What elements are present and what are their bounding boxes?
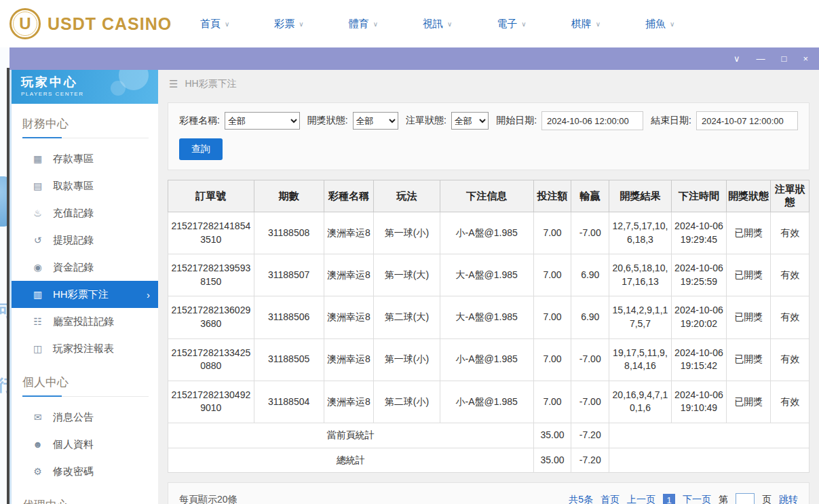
pagination-first[interactable]: 首页	[601, 494, 620, 504]
sidebar-item-profile[interactable]: ☻ 個人資料	[12, 431, 158, 458]
col-header-order-no: 訂單號	[168, 180, 254, 212]
main-content: ☰ HH彩票下注 彩種名稱: 全部 開獎狀態: 全部 注單狀態	[158, 70, 819, 504]
cell-order-status: 有效	[771, 338, 810, 381]
window-maximize-icon[interactable]: □	[782, 54, 787, 63]
window-body: 玩家中心 PLAYERS CENTER 財務中心 ▦ 存款專區 ▤ 取款專區 ♨…	[9, 70, 819, 504]
per-page-text: 每頁顯示20條	[179, 494, 237, 504]
nav-item-home[interactable]: 首頁 ∨	[200, 18, 229, 31]
draw-status-select[interactable]: 全部	[353, 112, 398, 130]
window-close-icon[interactable]: ×	[803, 54, 808, 63]
sidebar-item-hall-bet-records[interactable]: ☷ 廳室投註記錄	[12, 308, 158, 335]
sidebar-item-withdraw[interactable]: ▤ 取款專區	[12, 172, 158, 199]
cell-lottery-name: 澳洲幸运8	[324, 212, 374, 254]
sidebar-section-agent: 代理中心	[22, 497, 149, 504]
start-date-input[interactable]	[541, 111, 643, 130]
table-row: 2152172821395938150 31188507 澳洲幸运8 第一球(大…	[168, 254, 810, 296]
end-date-input[interactable]	[696, 111, 798, 130]
cell-draw-status: 已開獎	[727, 296, 771, 338]
sidebar-item-label: 存款專區	[53, 153, 94, 166]
cell-period: 31188508	[254, 212, 324, 254]
order-status-label: 注單狀態:	[406, 115, 446, 127]
sidebar-section-finance: 財務中心	[22, 116, 149, 138]
gear-icon: ⚙	[32, 466, 43, 477]
cell-order-status: 有效	[771, 254, 810, 296]
sidebar-item-hh-lottery-bets[interactable]: ▥ HH彩票下注 ›	[12, 281, 158, 308]
sidebar-title: 玩家中心	[21, 74, 158, 90]
cell-play-type: 第一球(小)	[374, 338, 440, 381]
nav-item-slots[interactable]: 電子 ∨	[497, 18, 526, 31]
nav-item-label: 捕魚	[645, 18, 666, 31]
cell-draw-result: 20,6,5,18,10,17,16,13	[609, 254, 672, 296]
search-button[interactable]: 查詢	[179, 138, 223, 160]
cell-bet-time: 2024-10-06 19:15:42	[671, 338, 726, 381]
cell-win-loss: -7.00	[571, 212, 609, 254]
nav-item-label: 首頁	[200, 18, 221, 31]
total-summary-label: 總統計	[168, 448, 534, 473]
cell-period: 31188506	[254, 296, 324, 338]
pagination-prev[interactable]: 上一页	[627, 494, 655, 504]
sidebar-item-announcements[interactable]: ✉ 消息公告	[12, 404, 158, 431]
hamburger-menu-icon[interactable]: ☰	[169, 78, 178, 90]
page-jump-input[interactable]	[736, 493, 755, 504]
pagination-current-page[interactable]: 1	[663, 494, 675, 504]
sidebar-item-label: 修改密碼	[53, 465, 94, 478]
nav-item-live-video[interactable]: 視訊 ∨	[423, 18, 452, 31]
page-summary-win-loss: -7.20	[571, 423, 609, 448]
page-summary-label: 當前頁統計	[168, 423, 534, 448]
nav-item-lottery[interactable]: 彩票 ∨	[274, 18, 303, 31]
user-icon: ☻	[32, 439, 43, 450]
lottery-name-select[interactable]: 全部	[225, 112, 300, 130]
order-status-select[interactable]: 全部	[451, 112, 489, 130]
start-date-label: 開始日期:	[496, 115, 537, 127]
table-row: 2152172821334250880 31188505 澳洲幸运8 第一球(小…	[168, 338, 810, 381]
cell-bet-time: 2024-10-06 19:10:49	[671, 381, 726, 423]
total-summary-empty	[609, 448, 810, 473]
nav-item-sports[interactable]: 體育 ∨	[349, 18, 378, 31]
window-titlebar: ∨ — □ ×	[9, 47, 819, 70]
nav-item-fishing[interactable]: 捕魚 ∨	[645, 18, 674, 31]
sidebar-item-withdraw-records[interactable]: ↺ 提現記錄	[12, 227, 158, 254]
cell-period: 31188505	[254, 338, 324, 381]
sidebar-item-recharge-records[interactable]: ♨ 充值記錄	[12, 199, 158, 227]
cell-win-loss: -7.00	[571, 381, 609, 423]
nav-item-board-games[interactable]: 棋牌 ∨	[571, 18, 601, 31]
calculator-icon: ▦	[32, 153, 43, 164]
table-footer: 每頁顯示20條 共5条 首页 上一页 1 下一页 第 页 跳转	[168, 482, 810, 504]
chevron-down-icon: ∨	[299, 20, 303, 28]
cell-order-no: 2152172821360293680	[168, 296, 254, 338]
pagination-next[interactable]: 下一页	[683, 494, 711, 504]
cell-bet-amount: 7.00	[533, 381, 571, 423]
col-header-bet-amount: 投注額	[533, 180, 571, 212]
chevron-down-icon: ∨	[225, 20, 229, 28]
draw-status-label: 開獎狀態:	[307, 115, 348, 127]
cell-play-type: 第一球(大)	[374, 254, 440, 296]
window-minimize-icon[interactable]: —	[757, 54, 765, 63]
page-summary-empty	[609, 423, 810, 448]
sidebar-item-fund-records[interactable]: ◉ 資金記錄	[12, 254, 158, 281]
cell-order-no: 2152172821334250880	[168, 338, 254, 381]
sidebar-item-player-bet-report[interactable]: ◫ 玩家投注報表	[12, 335, 158, 362]
cell-draw-result: 12,7,5,17,10,6,18,3	[609, 212, 672, 254]
cell-order-no: 2152172821395938150	[168, 254, 254, 296]
sidebar-item-label: HH彩票下注	[53, 288, 109, 301]
col-header-draw-result: 開獎結果	[609, 180, 672, 212]
recharge-icon: ♨	[32, 208, 43, 218]
table-row: 2152172821360293680 31188506 澳洲幸运8 第二球(大…	[168, 296, 810, 338]
sidebar-item-label: 消息公告	[53, 411, 94, 424]
cell-bet-time: 2024-10-06 19:25:59	[671, 254, 726, 296]
sidebar-item-deposit[interactable]: ▦ 存款專區	[12, 145, 158, 172]
sidebar-item-change-password[interactable]: ⚙ 修改密碼	[12, 458, 158, 485]
chevron-down-icon: ∨	[373, 20, 378, 28]
col-header-bet-info: 下注信息	[440, 180, 533, 212]
chevron-down-icon: ∨	[447, 20, 452, 28]
sidebar-item-label: 資金記錄	[53, 261, 94, 274]
window-collapse-icon[interactable]: ∨	[734, 54, 740, 63]
nav-item-label: 棋牌	[571, 18, 592, 31]
col-header-lottery-name: 彩種名稱	[324, 180, 374, 212]
sidebar-item-label: 充值記錄	[53, 207, 94, 220]
pagination-jump[interactable]: 跳转	[779, 494, 798, 504]
cell-bet-info: 小-A盤@1.985	[440, 338, 533, 381]
page-jump-suffix: 页	[762, 494, 772, 504]
banknote-icon: ▤	[32, 180, 43, 191]
nav-item-label: 電子	[497, 18, 517, 31]
